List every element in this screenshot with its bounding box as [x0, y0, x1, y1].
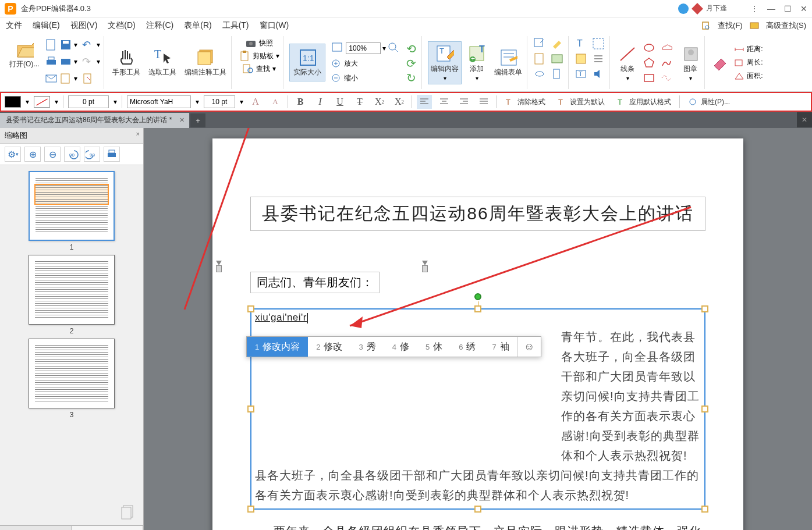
settings-caret-icon[interactable]: ⋮ — [750, 4, 758, 13]
pentagon-icon[interactable] — [643, 56, 655, 69]
thumb-zoom-in-icon[interactable]: ⊕ — [24, 147, 41, 162]
dropdown-caret-icon[interactable]: ▾ — [276, 52, 279, 60]
thumbnails-tab[interactable]: 缩略图 — [72, 526, 143, 530]
text-callout-icon[interactable]: T — [575, 37, 587, 50]
strike-button[interactable]: T — [352, 95, 367, 109]
zoom-lock-icon[interactable] — [388, 42, 400, 55]
redo-icon[interactable]: ↷ — [82, 55, 95, 68]
actual-size-button[interactable]: 1:1 实际大小 — [289, 44, 325, 81]
menu-edit[interactable]: 编辑(E) — [33, 20, 60, 31]
margin-marker-left[interactable] — [216, 261, 222, 273]
vip-diamond-icon[interactable] — [692, 3, 703, 15]
attach-icon[interactable] — [533, 52, 546, 65]
text-color-swatch[interactable] — [5, 96, 21, 108]
lines-button[interactable]: 线条 ▾ — [616, 42, 639, 84]
underline-button[interactable]: U — [332, 95, 348, 109]
email-icon[interactable] — [45, 72, 58, 85]
dropdown-caret-icon[interactable]: ▾ — [689, 75, 692, 81]
thumb-rotate-left-icon[interactable]: 90 — [64, 147, 80, 162]
text-box-icon[interactable]: T — [575, 67, 587, 80]
freeform-icon[interactable] — [660, 56, 673, 69]
rotate-right-icon[interactable]: ⟳ — [406, 56, 419, 69]
dropdown-caret-icon[interactable]: ▾ — [626, 75, 629, 81]
dropdown-caret-icon[interactable]: ▾ — [476, 75, 478, 81]
link-icon[interactable] — [533, 37, 546, 50]
subscript-button[interactable]: X2 — [372, 95, 387, 109]
menu-find[interactable]: 查找(F) — [718, 20, 743, 31]
snapshot-button[interactable]: 快照 — [244, 37, 274, 49]
open-button[interactable]: 打开(O)... — [7, 37, 41, 72]
thumb-rotate-right-icon[interactable]: 90 — [84, 147, 100, 162]
ellipse-icon[interactable] — [643, 41, 655, 54]
ime-emoji-button[interactable]: ☺ — [517, 337, 541, 357]
thumbnail-page-2[interactable]: 2 — [6, 255, 137, 335]
shrink-font-button[interactable]: A — [268, 95, 283, 109]
clipboard-button[interactable]: 剪贴板▾ — [237, 49, 281, 62]
thumb-print-icon[interactable] — [104, 147, 120, 162]
bold-button[interactable]: B — [293, 95, 308, 109]
export-icon[interactable] — [59, 72, 72, 85]
maximize-button[interactable]: ☐ — [784, 4, 792, 13]
phone-icon[interactable] — [678, 3, 689, 14]
menu-file[interactable]: 文件 — [6, 20, 22, 31]
ime-candidate-7[interactable]: 7袖 — [484, 337, 517, 357]
no-fill-swatch[interactable] — [34, 96, 50, 108]
add-button[interactable]: T+ 添加 ▾ — [465, 42, 488, 84]
dropdown-caret-icon[interactable]: ▾ — [97, 41, 100, 49]
undo-icon[interactable]: ↶ — [82, 38, 95, 51]
properties-button[interactable]: 属性(P)... — [685, 97, 733, 107]
dropdown-caret-icon[interactable]: ▾ — [382, 44, 386, 52]
grow-font-button[interactable]: A — [248, 95, 263, 109]
username-label[interactable]: 月下逢 — [706, 3, 727, 13]
close-button[interactable]: ✕ — [800, 4, 807, 13]
resize-handle-bl[interactable] — [247, 506, 254, 513]
superscript-button[interactable]: X2 — [392, 95, 407, 109]
resize-handle-tr[interactable] — [701, 305, 708, 312]
dropdown-caret-icon[interactable]: ▾ — [26, 98, 29, 106]
resize-handle-tl[interactable] — [247, 305, 254, 312]
menu-form[interactable]: 表单(R) — [184, 20, 211, 31]
dropdown-caret-icon[interactable]: ▾ — [97, 58, 100, 66]
thumbnail-page-3[interactable]: 3 — [6, 339, 137, 419]
edit-annot-button[interactable]: 编辑注释工具 — [182, 45, 229, 80]
resize-handle-ml[interactable] — [247, 405, 254, 412]
thumbnail-page-1[interactable]: 1 — [6, 171, 137, 251]
dropdown-caret-icon[interactable]: ▾ — [74, 41, 77, 49]
scan-icon[interactable] — [59, 55, 72, 68]
new-doc-icon[interactable] — [45, 38, 58, 51]
font-size-input[interactable] — [204, 95, 235, 108]
zoom-input[interactable] — [346, 42, 381, 54]
align-justify-button[interactable] — [476, 95, 491, 109]
cloud-icon[interactable] — [660, 41, 673, 54]
margin-marker-right[interactable] — [422, 261, 428, 273]
dropdown-caret-icon[interactable]: ▾ — [74, 74, 77, 83]
fit-page-icon[interactable] — [331, 42, 344, 55]
tab-close-icon[interactable]: ✕ — [179, 116, 185, 124]
expand-icon[interactable] — [592, 37, 605, 50]
paragraph-2[interactable]: 两年来，全县各级团组织在县委领导下，立足实际，跟进形势，精选载体，强化服务，工作… — [250, 521, 705, 530]
edit-form-button[interactable]: 编辑表单 — [492, 45, 524, 80]
menu-window[interactable]: 窗口(W) — [260, 20, 289, 31]
clear-format-button[interactable]: T清除格式 — [501, 97, 549, 107]
align-center-button[interactable] — [437, 95, 452, 109]
thumbnail-list[interactable]: 1 2 3 — [0, 165, 143, 500]
resize-handle-mr[interactable] — [701, 405, 708, 412]
stamp-button[interactable]: 图章 ▾ — [679, 42, 702, 84]
save-icon[interactable] — [59, 38, 72, 51]
thumb-options-icon[interactable]: ⚙▾ — [5, 147, 21, 162]
bookmarks-tab[interactable]: 书签 — [0, 526, 72, 530]
ribbon-find-button[interactable]: 查找▾ — [241, 62, 277, 75]
align-right-button[interactable] — [456, 95, 471, 109]
dropdown-caret-icon[interactable]: ▾ — [240, 98, 243, 106]
select-tool-button[interactable]: T 选取工具 — [146, 45, 179, 80]
align-left-button[interactable] — [417, 95, 432, 109]
dropdown-caret-icon[interactable]: ▾ — [114, 98, 117, 106]
thumb-zoom-out-icon[interactable]: ⊖ — [44, 147, 61, 162]
dropdown-caret-icon[interactable]: ▾ — [196, 98, 199, 106]
document-title-box[interactable]: 县委书记在纪念五四运动86周年暨表彰大会上的讲话 — [250, 197, 705, 231]
distance-button[interactable]: 距离: — [733, 43, 764, 55]
dropdown-caret-icon[interactable]: ▾ — [272, 65, 276, 73]
ime-candidate-2[interactable]: 2修改 — [308, 337, 350, 357]
list-icon[interactable] — [592, 52, 605, 65]
area-button[interactable]: 面积: — [733, 70, 764, 82]
